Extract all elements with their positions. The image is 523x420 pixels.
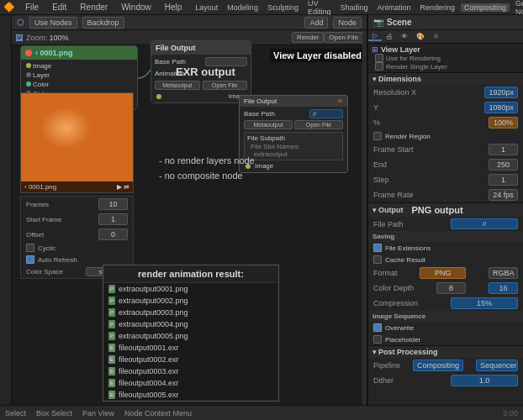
right-panel: 📷 Scene ▷ 🖨 👁 🎨 ⚛ ⊞ View Layer Use for R… (367, 15, 523, 405)
bottom-pan-view[interactable]: Pan View (82, 409, 114, 417)
workspace-layout[interactable]: Layout (192, 3, 221, 12)
workspace-rendering[interactable]: Rendering (417, 3, 459, 12)
menu-help[interactable]: Help (161, 3, 186, 12)
result-item-2[interactable]: P extraoutput0002.png (103, 295, 278, 307)
no-composite-text: - no composite node (159, 169, 255, 184)
workspace-compositing[interactable]: Compositing (461, 3, 510, 12)
to-renderable-checkbox[interactable] (375, 54, 383, 62)
frame-start-label: Frame Start (373, 145, 414, 154)
result-item-10[interactable]: E fileoutput0005.exr (103, 389, 278, 401)
workspace-animation[interactable]: Animation (373, 3, 414, 12)
result-item-3[interactable]: P extraoutput0003.png (103, 307, 278, 318)
result-filename-5: extraoutput0005.png (119, 332, 188, 340)
exr-file-icon-2: E (108, 355, 115, 364)
result-item-5[interactable]: P extraoutput0005.png (103, 330, 278, 342)
new-input-button[interactable]: Metaoutput (155, 81, 200, 90)
workspace-geometry-nodes[interactable]: Geometry Nodes (512, 0, 523, 16)
workspace-sculpting[interactable]: Sculpting (264, 3, 302, 12)
frame-step-value[interactable]: 1 (489, 174, 518, 186)
offset-value[interactable]: 0 (98, 228, 128, 240)
fn2-header: File Output ✕ (240, 96, 347, 107)
framerate-value[interactable]: 24 fps (489, 189, 518, 201)
fn2-openfile-btn[interactable]: Open File (294, 120, 343, 129)
menu-window[interactable]: Window (118, 3, 155, 12)
file-output-body: Base Path Animation Metaoutput Open File… (151, 55, 251, 102)
bottom-context-menu[interactable]: Node Context Menu (124, 409, 192, 417)
workspace-modeling[interactable]: Modeling (224, 3, 262, 12)
fn2-metaoutput-btn[interactable]: Metaoutput (244, 120, 293, 129)
placeholder-label: Placeholder (385, 336, 420, 344)
result-item-7[interactable]: E fileoutput0002.exr (103, 354, 278, 365)
res-y-value[interactable]: 1080px (484, 102, 518, 113)
scene-tab-physics[interactable]: ⚛ (429, 33, 443, 40)
scene-tabs: ▷ 🖨 👁 🎨 ⚛ (368, 30, 523, 44)
dither-value[interactable]: 1.0 (451, 375, 518, 386)
open-file-button[interactable]: Open File (203, 81, 248, 90)
cache-result-checkbox[interactable] (373, 255, 382, 264)
to-renderable-label: Use for Rendering (386, 55, 441, 62)
bottom-select[interactable]: Select (5, 409, 26, 417)
base-path-input[interactable] (205, 57, 247, 66)
bottom-box-select[interactable]: Box Select (36, 409, 72, 417)
animation-label: Animation (155, 70, 185, 77)
result-item-9[interactable]: E fileoutput0004.exr (103, 377, 278, 389)
start-frame-label: Start Frame (26, 216, 61, 223)
file-extensions-checkbox[interactable] (373, 244, 382, 252)
frame-start-value[interactable]: 1 (489, 144, 518, 155)
menu-render[interactable]: Render (77, 3, 111, 12)
result-filename-4: extraoutput0004.png (119, 320, 188, 328)
base-path-label: Base Path (155, 58, 186, 66)
use-nodes-button[interactable]: Use Nodes (29, 17, 77, 29)
file-output-node[interactable]: File Output Base Path Animation Metaoutp… (151, 40, 251, 103)
sequencer-value[interactable]: Sequencer (476, 360, 518, 371)
filepath-value[interactable]: // (451, 218, 518, 229)
format-label: Format (373, 269, 398, 277)
frames-value[interactable]: 10 (98, 198, 128, 210)
cyclic-checkbox[interactable] (26, 244, 34, 252)
result-item-4[interactable]: P extraoutput0004.png (103, 318, 278, 330)
node-type-icon: ⬡ (17, 18, 24, 27)
scene-tab-color[interactable]: 🎨 (412, 33, 429, 40)
file-output-node-2[interactable]: File Output ✕ Base Path Metaoutput Open … (239, 95, 348, 173)
frame-end-value[interactable]: 250 (489, 159, 518, 171)
image-preview: ‹ 0001.png ▶ ⇄ (20, 92, 134, 193)
workspace-uv[interactable]: UV Editing (304, 0, 335, 16)
overwrite-checkbox[interactable] (373, 323, 382, 332)
auto-refresh-label: Auto Refresh (38, 256, 77, 264)
scene-tab-render[interactable]: ▷ (368, 32, 382, 41)
format-value[interactable]: PNG (420, 267, 466, 279)
color-depth-8[interactable]: 8 (436, 282, 466, 294)
workspace-shading[interactable]: Shading (336, 3, 371, 12)
scene-tab-view[interactable]: 👁 (397, 33, 412, 40)
add-node-button[interactable]: Add (304, 17, 328, 29)
fn2-base-path[interactable] (309, 109, 343, 118)
placeholder-checkbox[interactable] (373, 335, 382, 344)
result-filename-9: fileoutput0004.exr (119, 379, 179, 387)
result-item-6[interactable]: E fileoutput0001.exr (103, 342, 278, 354)
res-pct-value[interactable]: 100% (489, 117, 518, 129)
dimensions-header: ▾ Dimensions (368, 73, 523, 85)
compositing-value[interactable]: Compositing (413, 360, 463, 371)
color-depth-16[interactable]: 16 (489, 282, 518, 294)
viewer-zoom-value: 100% (50, 34, 69, 42)
auto-refresh-checkbox[interactable] (26, 255, 34, 264)
viewer-render-button[interactable]: Render (292, 32, 324, 43)
scene-tab-output[interactable]: 🖨 (382, 33, 397, 40)
dither-label: Dither (373, 376, 394, 385)
start-frame-value[interactable]: 1 (98, 213, 128, 225)
render-single-checkbox[interactable] (375, 62, 383, 71)
result-item-1[interactable]: P extraoutput0001.png (103, 283, 278, 295)
compression-value[interactable]: 15% (451, 297, 518, 309)
backdrop-button[interactable]: Backdrop (82, 17, 124, 29)
menu-file[interactable]: File (22, 3, 42, 12)
result-filename-2: extraoutput0002.png (119, 297, 188, 305)
res-x-value[interactable]: 1920px (484, 87, 518, 98)
node-menu-button[interactable]: Node (333, 17, 362, 29)
output-label: Output (378, 206, 404, 214)
compression-label: Compression (373, 299, 418, 307)
render-region-checkbox[interactable] (373, 132, 382, 140)
result-item-8[interactable]: E fileoutput0003.exr (103, 365, 278, 377)
viewer-open-button[interactable]: Open File (324, 32, 363, 43)
color-mode-value[interactable]: RGBA (489, 267, 518, 279)
menu-edit[interactable]: Edit (49, 3, 70, 12)
